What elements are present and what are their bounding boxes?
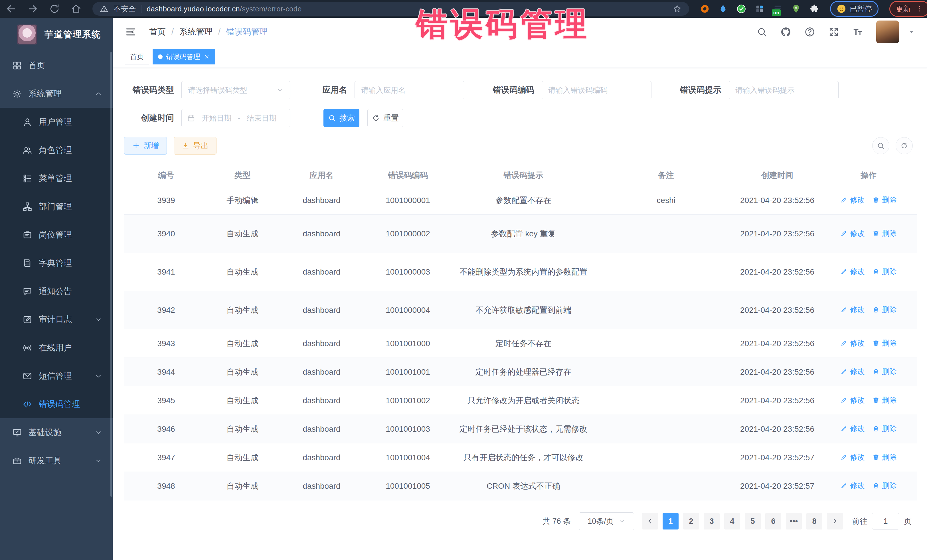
prev-page-button[interactable] bbox=[642, 513, 658, 530]
breadcrumb-separator: / bbox=[172, 27, 174, 36]
delete-link[interactable]: 删除 bbox=[872, 304, 897, 316]
help-icon[interactable] bbox=[804, 27, 815, 37]
delete-link[interactable]: 删除 bbox=[872, 194, 897, 206]
edit-link[interactable]: 修改 bbox=[840, 395, 865, 406]
goto-page-input[interactable] bbox=[872, 513, 899, 530]
next-page-button[interactable] bbox=[827, 513, 843, 530]
cell-code: 1001000001 bbox=[366, 195, 449, 206]
sidebar-item[interactable]: 部门管理 bbox=[0, 193, 112, 221]
error-msg-input[interactable] bbox=[729, 81, 839, 99]
search-button[interactable]: 搜索 bbox=[324, 109, 359, 127]
extensions-area: on bbox=[700, 4, 819, 14]
tab-0[interactable]: 首页 bbox=[125, 49, 149, 64]
font-size-icon[interactable] bbox=[852, 27, 863, 37]
sidebar-item[interactable]: 用户管理 bbox=[0, 108, 112, 136]
page-button-5[interactable]: 5 bbox=[745, 513, 761, 530]
page-ellipsis-button[interactable]: ••• bbox=[786, 513, 802, 530]
breadcrumb-item[interactable]: 系统管理 bbox=[179, 26, 213, 38]
sidebar-item[interactable]: 字典管理 bbox=[0, 249, 112, 277]
export-button[interactable]: 导出 bbox=[174, 137, 216, 155]
show-search-button[interactable] bbox=[872, 137, 889, 154]
page-button-2[interactable]: 2 bbox=[683, 513, 699, 530]
breadcrumb-item[interactable]: 首页 bbox=[149, 26, 166, 38]
page-button-4[interactable]: 4 bbox=[724, 513, 740, 530]
back-icon[interactable] bbox=[6, 3, 17, 14]
edit-link[interactable]: 修改 bbox=[840, 304, 865, 316]
edit-link[interactable]: 修改 bbox=[840, 451, 865, 463]
page-button-3[interactable]: 3 bbox=[704, 513, 720, 530]
browser-menu-icon[interactable] bbox=[916, 5, 923, 12]
cell-app: dashboard bbox=[277, 366, 366, 378]
page-button-8[interactable]: 8 bbox=[806, 513, 822, 530]
sidebar-item[interactable]: 岗位管理 bbox=[0, 221, 112, 249]
delete-link[interactable]: 删除 bbox=[872, 423, 897, 434]
delete-link[interactable]: 删除 bbox=[872, 451, 897, 463]
app-name-input[interactable] bbox=[354, 81, 464, 99]
date-range-picker[interactable]: - bbox=[181, 109, 290, 127]
ext-blocks-icon[interactable] bbox=[755, 4, 764, 14]
delete-link[interactable]: 删除 bbox=[872, 337, 897, 349]
delete-link[interactable]: 删除 bbox=[872, 366, 897, 377]
avatar[interactable] bbox=[876, 21, 899, 43]
fullscreen-icon[interactable] bbox=[828, 27, 839, 37]
url-bar[interactable]: 不安全 dashboard.yudao.iocoder.cn/system/er… bbox=[93, 2, 689, 16]
ext-drop-icon[interactable] bbox=[718, 4, 728, 14]
github-icon[interactable] bbox=[780, 27, 791, 37]
page-size-select[interactable]: 10条/页 bbox=[579, 512, 634, 530]
cell-app: dashboard bbox=[277, 228, 366, 240]
sidebar-item[interactable]: 菜单管理 bbox=[0, 164, 112, 193]
delete-link[interactable]: 删除 bbox=[872, 266, 897, 277]
edit-link[interactable]: 修改 bbox=[840, 366, 865, 377]
search-icon[interactable] bbox=[757, 27, 767, 37]
page-button-6[interactable]: 6 bbox=[765, 513, 781, 530]
close-icon[interactable] bbox=[204, 54, 210, 60]
edit-link[interactable]: 修改 bbox=[840, 423, 865, 434]
delete-link[interactable]: 删除 bbox=[872, 480, 897, 491]
edit-link[interactable]: 修改 bbox=[840, 194, 865, 206]
reset-button[interactable]: 重置 bbox=[368, 109, 403, 127]
page-button-1[interactable]: 1 bbox=[663, 513, 679, 530]
sidebar-item[interactable]: 在线用户 bbox=[0, 334, 112, 362]
sidebar-item[interactable]: 首页 bbox=[0, 51, 112, 80]
error-code-input[interactable] bbox=[542, 81, 652, 99]
edit-link[interactable]: 修改 bbox=[840, 480, 865, 491]
ext-check-icon[interactable] bbox=[737, 4, 746, 14]
sidebar-item[interactable]: 研发工具 bbox=[0, 446, 112, 475]
sidebar-item[interactable]: 基础设施 bbox=[0, 418, 112, 446]
end-date-input[interactable] bbox=[243, 114, 280, 123]
forward-icon[interactable] bbox=[27, 3, 38, 14]
error-code-value: 1001000003 bbox=[386, 266, 430, 278]
reload-icon[interactable] bbox=[49, 3, 60, 14]
ext-gear-icon[interactable] bbox=[700, 4, 710, 14]
edit-link[interactable]: 修改 bbox=[840, 266, 865, 277]
profile-paused-badge[interactable]: 已暂停 bbox=[830, 1, 878, 17]
error-type-select[interactable]: 请选择错误码类型 bbox=[181, 81, 290, 99]
refresh-table-button[interactable] bbox=[896, 137, 913, 154]
ext-puzzle-icon[interactable] bbox=[810, 4, 819, 14]
sidebar-item[interactable]: 审计日志 bbox=[0, 305, 112, 334]
table-row: 3945自动生成dashboard1001001002只允许修改为开启或者关闭状… bbox=[124, 386, 917, 415]
edit-link[interactable]: 修改 bbox=[840, 228, 865, 239]
sidebar-item[interactable]: 通知公告 bbox=[0, 277, 112, 305]
sidebar-item[interactable]: 错误码管理 bbox=[0, 390, 112, 418]
app-logo-row[interactable]: 芋道管理系统 bbox=[0, 18, 112, 51]
add-button[interactable]: 新增 bbox=[124, 137, 167, 155]
sidebar-item-label: 通知公告 bbox=[39, 286, 72, 297]
sidebar-toggle-icon[interactable] bbox=[125, 26, 137, 38]
home-icon[interactable] bbox=[71, 3, 82, 14]
top-navbar: 首页/系统管理/错误码管理 bbox=[112, 18, 927, 46]
sidebar-item[interactable]: 系统管理 bbox=[0, 80, 112, 108]
tab-active[interactable]: 错误码管理 bbox=[153, 49, 215, 64]
bookmark-star-icon[interactable] bbox=[673, 4, 682, 14]
update-button[interactable]: 更新 bbox=[889, 1, 927, 17]
delete-link[interactable]: 删除 bbox=[872, 395, 897, 406]
ext-pin-icon[interactable] bbox=[791, 4, 801, 14]
users-icon bbox=[22, 145, 32, 155]
caret-down-icon[interactable] bbox=[908, 29, 915, 35]
start-date-input[interactable] bbox=[198, 114, 235, 123]
sidebar-item[interactable]: 角色管理 bbox=[0, 136, 112, 164]
edit-link[interactable]: 修改 bbox=[840, 337, 865, 349]
sidebar-item[interactable]: 短信管理 bbox=[0, 362, 112, 390]
ext-power-icon[interactable]: on bbox=[773, 4, 783, 14]
delete-link[interactable]: 删除 bbox=[872, 228, 897, 239]
